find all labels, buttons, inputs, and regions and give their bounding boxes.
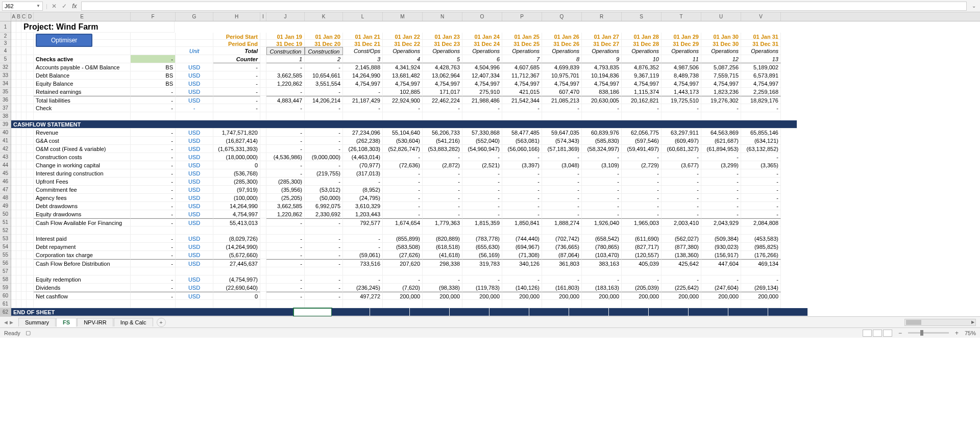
cell[interactable]: Operations: [502, 47, 542, 55]
cell[interactable]: -: [266, 284, 305, 292]
cell[interactable]: -: [662, 178, 701, 186]
cell[interactable]: [609, 308, 649, 316]
cell[interactable]: [768, 308, 808, 316]
cell[interactable]: [11, 194, 16, 202]
cell[interactable]: -: [305, 137, 343, 145]
optimiser-button[interactable]: Optimiser: [36, 34, 92, 47]
cell[interactable]: 4,754,997: [662, 80, 701, 88]
cell[interactable]: Operations: [462, 47, 502, 55]
cell[interactable]: -: [213, 63, 260, 71]
row-header[interactable]: 2: [0, 33, 11, 40]
col-header[interactable]: E: [34, 12, 131, 21]
cell[interactable]: -: [462, 104, 502, 112]
cell[interactable]: Period Start: [213, 33, 260, 40]
cell[interactable]: 1,203,443: [343, 210, 383, 218]
row-header[interactable]: 5: [0, 55, 11, 63]
cell[interactable]: Unit: [176, 47, 213, 55]
cell[interactable]: 57,330,868: [462, 129, 502, 137]
scroll-right-icon[interactable]: ▶: [970, 319, 976, 325]
cell[interactable]: [16, 251, 21, 259]
cell[interactable]: -: [383, 186, 423, 194]
cell[interactable]: 383,163: [582, 259, 622, 267]
col-header[interactable]: J: [266, 12, 305, 21]
cell[interactable]: (9,000,000): [305, 153, 343, 161]
cell[interactable]: [266, 112, 305, 120]
cell[interactable]: -: [622, 178, 662, 186]
cell[interactable]: (52,826,747): [383, 145, 423, 153]
cell[interactable]: [741, 267, 781, 275]
view-page-break-button[interactable]: [883, 330, 892, 337]
cell[interactable]: -: [741, 210, 781, 218]
cell[interactable]: [21, 129, 27, 137]
cell[interactable]: [11, 88, 16, 96]
cell[interactable]: -: [266, 137, 305, 145]
cells-area[interactable]: Project: Wind FarmOptimiserPeriod Start0…: [11, 21, 980, 316]
cell[interactable]: -: [305, 284, 343, 292]
cell[interactable]: (3,397): [502, 161, 542, 169]
cell[interactable]: [260, 292, 266, 300]
cell[interactable]: 20,630,005: [582, 96, 622, 104]
cell[interactable]: 14,264,990: [343, 71, 383, 80]
cell[interactable]: [11, 300, 16, 308]
cell[interactable]: -: [266, 251, 305, 259]
cell[interactable]: 1,965,003: [622, 218, 662, 226]
cell[interactable]: [16, 186, 21, 194]
cell[interactable]: -: [131, 186, 176, 194]
cell[interactable]: -: [131, 153, 176, 161]
col-header[interactable]: S: [622, 12, 662, 21]
cell[interactable]: 4,754,997: [502, 80, 542, 88]
cell[interactable]: USD: [176, 129, 213, 137]
cell[interactable]: -: [542, 202, 582, 210]
cell[interactable]: -: [741, 178, 781, 186]
cell[interactable]: -: [582, 104, 622, 112]
cell[interactable]: 4: [383, 55, 423, 63]
cell[interactable]: [11, 235, 16, 243]
cell[interactable]: (618,518): [423, 243, 462, 251]
row-header[interactable]: 53: [0, 235, 11, 243]
cell[interactable]: [16, 47, 21, 55]
cell[interactable]: 1,850,841: [502, 218, 542, 226]
cell[interactable]: [21, 145, 27, 153]
cell[interactable]: (736,665): [542, 243, 582, 251]
cell[interactable]: (609,497): [662, 137, 701, 145]
cell[interactable]: (61,894,953): [701, 145, 741, 153]
cell[interactable]: 60,839,976: [582, 129, 622, 137]
cell[interactable]: 64,563,869: [701, 129, 741, 137]
cell[interactable]: -: [266, 275, 305, 284]
cell[interactable]: Equity Balance: [34, 80, 131, 88]
cell[interactable]: 31 Dec 20: [305, 40, 343, 47]
col-header[interactable]: N: [423, 12, 462, 21]
cell[interactable]: 01 Jan 30: [701, 33, 741, 40]
cell[interactable]: [502, 112, 542, 120]
cell[interactable]: [16, 169, 21, 178]
cell[interactable]: [701, 112, 741, 120]
cell[interactable]: [260, 71, 266, 80]
cell[interactable]: [260, 104, 266, 112]
cell[interactable]: [266, 267, 305, 275]
cell[interactable]: -: [383, 153, 423, 161]
cell[interactable]: (35,956): [266, 186, 305, 194]
cell[interactable]: -: [582, 169, 622, 178]
cell[interactable]: [11, 218, 16, 226]
cell[interactable]: -: [131, 129, 176, 137]
cell[interactable]: (41,618): [423, 251, 462, 259]
cell[interactable]: -: [423, 194, 462, 202]
row-header[interactable]: 38: [0, 112, 11, 120]
cell[interactable]: (702,742): [542, 235, 582, 243]
cell[interactable]: [16, 104, 21, 112]
cell[interactable]: 11,712,367: [502, 71, 542, 80]
cell[interactable]: -: [305, 218, 343, 226]
cell[interactable]: [27, 169, 34, 178]
cell[interactable]: (50,000): [305, 194, 343, 202]
cell[interactable]: (97,919): [213, 186, 260, 194]
cell[interactable]: (98,338): [423, 284, 462, 292]
cell[interactable]: [260, 47, 266, 55]
cell[interactable]: -: [741, 153, 781, 161]
cell[interactable]: [260, 218, 266, 226]
cell[interactable]: -: [266, 104, 305, 112]
cell[interactable]: -: [542, 178, 582, 186]
cell[interactable]: -: [502, 169, 542, 178]
cell[interactable]: [27, 210, 34, 218]
cell[interactable]: 4,754,997: [423, 80, 462, 88]
cell[interactable]: -: [701, 178, 741, 186]
